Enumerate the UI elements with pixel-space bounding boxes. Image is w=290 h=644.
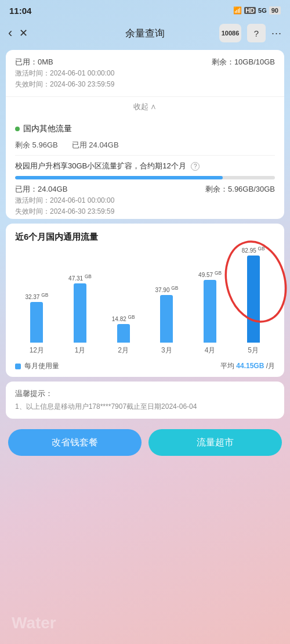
more-button[interactable]: ··· [271,27,282,39]
expire-date2: 失效时间：2024-06-30 23:59:59 [15,207,275,217]
save-money-button[interactable]: 改省钱套餐 [8,429,142,456]
bar-group-jan: 47.31 GB 1月 [59,274,102,355]
expire-date: 失效时间：2024-06-30 23:59:59 [15,80,275,89]
bar-group-feb: 14.82 GB 2月 [102,314,145,355]
wifi-icon: 📶 [233,6,242,15]
plan-desc-text: 校园用户升档享30GB小区流量扩容，合约期12个月 [15,161,186,170]
main-card: 已用：0MB 剩余：10GB/10GB 激活时间：2024-06-01 00:0… [6,50,284,219]
bar-label-apr: 49.57 GB [198,270,222,278]
avg-unit: /月 [266,362,275,370]
traffic-market-button[interactable]: 流量超市 [148,429,282,456]
top-section: 已用：0MB 剩余：10GB/10GB 激活时间：2024-06-01 00:0… [6,50,284,96]
progress-wrap [6,174,284,182]
remain-stat: 剩余 5.96GB [15,140,58,150]
bar-label-dec: 32.37 GB [25,292,48,300]
signal-icon: 5G [258,7,267,14]
avg-text: 平均 44.15GB /月 [220,361,275,371]
chart-area: 32.37 GB 12月 47.31 GB 1月 14.82 GB 2月 37.… [15,251,275,355]
chart-legend: 每月使用量 [15,361,59,371]
collapse-button[interactable]: 收起 ∧ [6,96,284,117]
nav-right: 10086 ? ··· [219,24,282,42]
close-button[interactable]: ✕ [19,27,28,39]
avg-value: 44.15GB [236,362,264,370]
status-icons: 📶 HD 5G 90 [233,6,281,15]
hotline-button[interactable]: 10086 [219,24,241,42]
progress-bar-bg [15,176,275,179]
used-stat: 已用 24.04GB [72,140,119,150]
chart-section: 近6个月国内通用流量 32.37 GB 12月 47.31 GB 1月 14.8… [6,224,284,377]
page-title: 余量查询 [125,27,165,40]
bar-label-jan: 47.31 GB [68,274,92,282]
stats-row: 剩余 5.96GB 已用 24.04GB [6,138,284,155]
notice-section: 温馨提示： 1、以上信息是移动用户178****7907截止至日期2024-06… [6,382,284,419]
watermark: Water [12,614,56,632]
chart-footer: 每月使用量 平均 44.15GB /月 [15,361,275,371]
bar-month-jan: 1月 [75,346,86,355]
bar-group-mar: 37.90 GB 3月 [145,285,188,355]
bar-may [247,256,260,343]
plan-desc-row: 校园用户升档享30GB小区流量扩容，合约期12个月 ? [6,156,284,174]
used-label: 已用：0MB [15,57,53,67]
battery-icon: 90 [269,6,281,15]
bar-apr [204,280,216,343]
legend-dot-icon [15,364,21,369]
bar-jan [74,283,86,343]
back-button[interactable]: ‹ [8,26,12,41]
bar-group-may: 82.95 GB 5月 [231,246,275,355]
activate-date2: 激活时间：2024-06-01 00:00:00 [15,196,275,206]
used-remain-flex2: 已用：24.04GB 剩余：5.96GB/30GB [15,184,275,195]
used-remain-row2: 已用：24.04GB 剩余：5.96GB/30GB 激活时间：2024-06-0… [6,182,284,219]
bar-month-dec: 12月 [30,346,44,355]
bar-month-may: 5月 [248,346,259,355]
avg-label: 平均 [220,362,234,370]
help-button[interactable]: ? [247,24,266,42]
bar-label-may: 82.95 GB [242,246,265,254]
bottom-btns: 改省钱套餐 流量超市 [0,423,290,467]
section-title: 国内其他流量 [6,117,284,138]
bar-label-feb: 14.82 GB [112,314,135,322]
used-label2: 已用：24.04GB [15,184,67,195]
green-dot-icon [15,127,20,131]
bar-feb [117,324,130,343]
legend-label: 每月使用量 [24,361,59,371]
hd-icon: HD [244,7,256,14]
bar-group-dec: 32.37 GB 12月 [15,292,59,355]
help-circle-icon[interactable]: ? [191,162,200,171]
bar-month-feb: 2月 [118,346,129,355]
bar-dec [30,302,43,343]
progress-bar-fill [15,176,223,179]
status-bar: 11:04 📶 HD 5G 90 [0,0,290,19]
nav-left: ‹ ✕ [8,26,28,41]
bar-label-mar: 37.90 GB [155,285,178,293]
used-remain-row: 已用：0MB 剩余：10GB/10GB [15,57,275,67]
activate-date: 激活时间：2024-06-01 00:00:00 [15,69,275,78]
nav-bar: ‹ ✕ 余量查询 10086 ? ··· [0,19,290,48]
remain-label2: 剩余：5.96GB/30GB [205,184,275,195]
bar-group-apr: 49.57 GB 4月 [188,270,232,355]
bar-mar [160,295,173,343]
notice-title: 温馨提示： [15,388,275,399]
remain-label: 剩余：10GB/10GB [212,57,275,67]
chart-title: 近6个月国内通用流量 [15,232,275,243]
bar-month-apr: 4月 [205,346,216,355]
bar-month-mar: 3月 [161,346,172,355]
status-time: 11:04 [9,6,31,16]
notice-text: 1、以上信息是移动用户178****7907截止至日期2024-06-04 [15,401,275,412]
